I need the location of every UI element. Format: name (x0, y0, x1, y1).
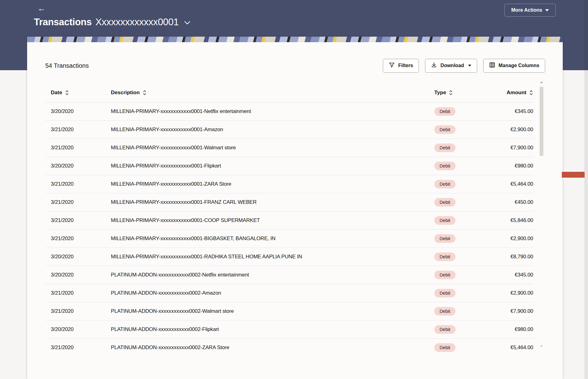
transaction-type-cell: Debit (434, 307, 502, 316)
transaction-type-cell: Debit (434, 252, 502, 261)
table-header-row: Date Description Type Amount (45, 83, 533, 102)
table-row[interactable]: 3/20/2020 MILLENIA-PRIMARY-xxxxxxxxxxxx0… (45, 157, 533, 175)
type-badge: Debit (434, 271, 456, 279)
transactions-table: Date Description Type Amount (45, 83, 533, 357)
transaction-type-cell: Debit (434, 271, 502, 279)
transaction-date: 3/20/2020 (51, 163, 111, 169)
download-label: Download (440, 63, 464, 68)
transaction-date: 3/21/2020 (51, 236, 111, 242)
type-badge: Debit (434, 143, 456, 152)
table-row[interactable]: 3/20/2020 PLATINUM-ADDON-xxxxxxxxxxxx000… (45, 320, 533, 338)
table-row[interactable]: 3/21/2020 PLATINUM-ADDON-xxxxxxxxxxxx000… (45, 302, 533, 320)
transaction-type-cell: Debit (434, 162, 502, 170)
transaction-date: 3/21/2020 (51, 127, 111, 133)
transaction-description: PLATINUM-ADDON-xxxxxxxxxxxx0002-Netflix … (111, 272, 434, 278)
table-row[interactable]: 3/20/2020 MILLENIA-PRIMARY-xxxxxxxxxxxx0… (45, 248, 533, 266)
column-header-description[interactable]: Description (111, 90, 434, 96)
columns-icon (489, 62, 495, 69)
transaction-type-cell: Debit (434, 198, 502, 207)
transaction-date: 3/20/2020 (51, 272, 111, 278)
transaction-type-cell: Debit (434, 125, 502, 134)
table-row[interactable]: 3/21/2020 MILLENIA-PRIMARY-xxxxxxxxxxxx0… (45, 229, 533, 248)
table-row[interactable]: 3/21/2020 MILLENIA-PRIMARY-xxxxxxxxxxxx0… (45, 175, 533, 193)
back-arrow-icon[interactable]: ← (38, 4, 46, 12)
caret-down-icon (468, 65, 471, 67)
more-actions-button[interactable]: More Actions (505, 4, 556, 17)
type-badge: Debit (434, 234, 456, 243)
table-row[interactable]: 3/20/2020 PLATINUM-ADDON-xxxxxxxxxxxx000… (45, 266, 533, 284)
table-row[interactable]: 3/21/2020 PLATINUM-ADDON-xxxxxxxxxxxx000… (45, 338, 533, 357)
column-header-type[interactable]: Type (434, 90, 502, 96)
transaction-amount: €5,464.00 (502, 181, 533, 187)
transaction-amount: €2,900.00 (502, 290, 533, 296)
table-scrollbar[interactable] (540, 81, 543, 355)
type-badge: Debit (434, 343, 456, 352)
transaction-type-cell: Debit (434, 107, 502, 116)
column-header-amount[interactable]: Amount (502, 90, 533, 96)
description-header-label: Description (111, 90, 140, 96)
sort-icon[interactable] (529, 90, 533, 95)
table-scrollbar-thumb[interactable] (540, 87, 543, 156)
download-button[interactable]: Download (425, 59, 477, 73)
scroll-up-arrow-icon[interactable] (540, 81, 543, 83)
transaction-date: 3/20/2020 (51, 254, 111, 260)
scroll-down-arrow-icon[interactable] (540, 345, 543, 347)
transaction-description: MILLENIA-PRIMARY-xxxxxxxxxxxx0001-COOP S… (111, 217, 434, 224)
transaction-type-cell: Debit (434, 325, 502, 334)
transaction-description: MILLENIA-PRIMARY-xxxxxxxxxxxx0001-Netfli… (111, 108, 434, 115)
sort-icon[interactable] (449, 90, 453, 95)
page-scroll-marker[interactable] (562, 172, 585, 178)
toolbar-buttons: Filters Download Manage Columns (383, 59, 545, 73)
table-toolbar: 54 Transactions Filters Download Mana (45, 58, 545, 73)
transaction-amount: €5,464.00 (502, 345, 533, 351)
transaction-description: MILLENIA-PRIMARY-xxxxxxxxxxxx0001-Amazon (111, 127, 434, 133)
type-badge: Debit (434, 180, 456, 188)
transaction-description: PLATINUM-ADDON-xxxxxxxxxxxx0002-Walmart … (111, 308, 434, 314)
type-header-label: Type (434, 90, 446, 96)
table-row[interactable]: 3/21/2020 MILLENIA-PRIMARY-xxxxxxxxxxxx0… (45, 120, 533, 139)
type-badge: Debit (434, 107, 456, 116)
account-mask: Xxxxxxxxxxxxx0001 (95, 17, 179, 28)
transaction-date: 3/21/2020 (51, 308, 111, 314)
transaction-amount: €345.00 (502, 108, 533, 115)
account-switch-chevron-icon[interactable] (184, 20, 190, 26)
transaction-description: MILLENIA-PRIMARY-xxxxxxxxxxxx0001-Walmar… (111, 145, 434, 151)
type-badge: Debit (434, 252, 456, 261)
transaction-date: 3/20/2020 (51, 326, 111, 333)
page-scrollbar-track[interactable] (584, 0, 588, 379)
table-row[interactable]: 3/20/2020 MILLENIA-PRIMARY-xxxxxxxxxxxx0… (45, 102, 533, 120)
transaction-description: PLATINUM-ADDON-xxxxxxxxxxxx0002-ZARA Sto… (111, 345, 434, 351)
transaction-description: MILLENIA-PRIMARY-xxxxxxxxxxxx0001-FRANZ … (111, 199, 434, 205)
page-title: Transactions Xxxxxxxxxxxxx0001 (34, 17, 190, 28)
sort-icon[interactable] (143, 90, 147, 95)
transaction-date: 3/21/2020 (51, 290, 111, 296)
transaction-amount: €5,846.00 (502, 217, 533, 224)
transaction-description: MILLENIA-PRIMARY-xxxxxxxxxxxx0001-Flipka… (111, 163, 434, 169)
type-badge: Debit (434, 162, 456, 170)
type-badge: Debit (434, 198, 456, 207)
column-header-date[interactable]: Date (51, 90, 111, 96)
transaction-amount: €450.00 (502, 199, 533, 205)
download-icon (431, 62, 437, 69)
type-badge: Debit (434, 325, 456, 334)
transaction-amount: €2,900.00 (502, 127, 533, 133)
table-row[interactable]: 3/21/2020 MILLENIA-PRIMARY-xxxxxxxxxxxx0… (45, 211, 533, 229)
manage-columns-label: Manage Columns (499, 63, 539, 68)
table-row[interactable]: 3/21/2020 MILLENIA-PRIMARY-xxxxxxxxxxxx0… (45, 193, 533, 211)
filter-funnel-icon (389, 62, 395, 69)
transaction-date: 3/21/2020 (51, 217, 111, 224)
table-row[interactable]: 3/21/2020 PLATINUM-ADDON-xxxxxxxxxxxx000… (45, 284, 533, 302)
decorative-banner-strip (27, 37, 563, 42)
transaction-amount: €7,900.00 (502, 145, 533, 151)
filters-button[interactable]: Filters (383, 59, 419, 73)
transaction-description: MILLENIA-PRIMARY-xxxxxxxxxxxx0001-BIGBAS… (111, 236, 434, 242)
sort-icon[interactable] (65, 90, 69, 95)
caret-down-icon (545, 9, 549, 11)
transaction-description: PLATINUM-ADDON-xxxxxxxxxxxx0002-Amazon (111, 290, 434, 296)
manage-columns-button[interactable]: Manage Columns (483, 59, 545, 73)
transaction-date: 3/21/2020 (51, 199, 111, 205)
transaction-type-cell: Debit (434, 143, 502, 152)
table-body: 3/20/2020 MILLENIA-PRIMARY-xxxxxxxxxxxx0… (45, 102, 533, 357)
transaction-description: MILLENIA-PRIMARY-xxxxxxxxxxxx0001-ZARA S… (111, 181, 434, 187)
table-row[interactable]: 3/21/2020 MILLENIA-PRIMARY-xxxxxxxxxxxx0… (45, 139, 533, 157)
